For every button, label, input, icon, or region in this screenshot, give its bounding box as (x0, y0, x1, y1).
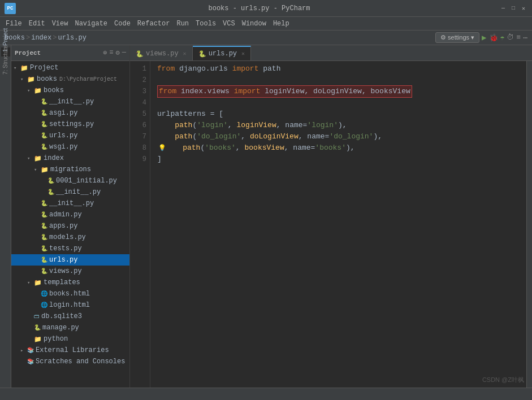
tree-item-name: Scratches and Consoles (36, 358, 125, 366)
tree-file-icon: 🐍 (34, 324, 41, 331)
tree-item-templates-folder[interactable]: ▾📁templates (11, 277, 129, 288)
tree-arrow: ▾ (20, 76, 26, 82)
menu-item-view[interactable]: View (49, 19, 72, 29)
tree-item-wsgi-py[interactable]: 🐍wsgi.py (11, 141, 129, 153)
close-button[interactable]: ✕ (520, 5, 527, 12)
maximize-button[interactable]: □ (509, 5, 517, 12)
collapse-icon[interactable]: ≡ (109, 49, 113, 57)
gear-icon[interactable]: ⚙ (116, 49, 120, 57)
tree-item-tests-py[interactable]: 🐍tests.py (11, 243, 129, 254)
settings-button[interactable]: ⚙ settings ▾ (435, 32, 479, 43)
tree-item-views-py[interactable]: 🐍views.py (11, 266, 129, 277)
breadcrumb-urls[interactable]: urls.py (58, 34, 86, 42)
menu-item-file[interactable]: File (2, 19, 25, 29)
tree-item-index-folder[interactable]: ▾📁index (11, 153, 129, 164)
tree-item-models-py[interactable]: 🐍models.py (11, 232, 129, 243)
tree-item-db-sqlite3[interactable]: 🗃db.sqlite3 (11, 311, 129, 322)
project-panel: Project ⊕ ≡ ⚙ — ▾📁Project▾📁booksD:\Pycha… (11, 45, 130, 400)
menu-item-window[interactable]: Window (239, 19, 270, 29)
views-tab-close[interactable]: ✕ (183, 50, 187, 57)
tree-item-name: books (37, 75, 57, 83)
tree-file-icon: 🐍 (41, 256, 47, 263)
tree-item-urls-py-books[interactable]: 🐍urls.py (11, 130, 129, 141)
tree-arrow: ▾ (27, 88, 33, 94)
tree-item-asgi-py[interactable]: 🐍asgi.py (11, 107, 129, 119)
tree-item-name: views.py (49, 267, 82, 275)
menu-item-vcs[interactable]: VCS (219, 19, 239, 29)
tree-file-icon: 🐍 (41, 98, 47, 105)
editor-scrollbar[interactable] (526, 61, 532, 400)
tree-item-scratches[interactable]: 📚Scratches and Consoles (11, 356, 129, 367)
menu-item-help[interactable]: Help (270, 19, 293, 29)
tree-item-project-root[interactable]: ▾📁Project (11, 62, 129, 73)
views-tab-icon: 🐍 (136, 50, 144, 58)
tab-views[interactable]: 🐍 views.py ✕ (130, 47, 193, 60)
tree-arrow: ▾ (27, 280, 33, 286)
tab-urls[interactable]: 🐍 urls.py ✕ (193, 46, 251, 60)
tree-item-name: urls.py (49, 132, 77, 140)
tree-file-icon: 🐍 (41, 132, 47, 139)
run-more-button[interactable]: ⋯ (523, 33, 527, 42)
code-area[interactable]: from django.urls import path from index.… (150, 61, 526, 400)
tree-item-urls-py-index[interactable]: 🐍urls.py (11, 254, 129, 266)
tree-file-icon: 🐍 (41, 211, 47, 218)
tree-item-manage-py[interactable]: 🐍manage.py (11, 322, 129, 333)
tree-item-settings-py[interactable]: 🐍settings.py (11, 119, 129, 130)
tree-file-icon: 🐍 (47, 189, 54, 195)
minimize-panel-icon[interactable]: — (122, 49, 126, 57)
tree-item-migrations-folder[interactable]: ▾📁migrations (11, 164, 129, 175)
tree-item-admin-py[interactable]: 🐍admin.py (11, 209, 129, 220)
structure-side-tab[interactable]: 7: Structure (1, 70, 10, 79)
menu-item-navigate[interactable]: Navigate (71, 19, 111, 29)
tree-item-init-index-py[interactable]: 🐍__init__.py (11, 198, 129, 209)
tree-item-name: __init__.py (56, 188, 101, 196)
run-extra-button[interactable]: ≡ (516, 33, 521, 42)
tree-item-init-migrations-py[interactable]: 🐍__init__.py (11, 186, 129, 198)
tree-item-name: __init__.py (49, 199, 94, 207)
tree-arrow: ▸ (20, 347, 26, 354)
tree-item-name: tests.py (49, 245, 82, 253)
main-layout: 1: Project 7: Structure Project ⊕ ≡ ⚙ — … (0, 45, 532, 400)
urls-tab-icon: 🐍 (198, 50, 206, 58)
run-debug-button[interactable]: 🐞 (489, 33, 498, 42)
urls-tab-label: urls.py (209, 50, 237, 58)
code-line-3: from index.views import loginView, doLog… (157, 86, 526, 97)
tree-item-name: books.html (49, 290, 90, 298)
tree-item-initial-py[interactable]: 🐍0001_initial.py (11, 175, 129, 186)
run-profile-button[interactable]: ⏱ (507, 33, 514, 42)
title-bar: PC books - urls.py - PyCharm — □ ✕ (0, 0, 532, 17)
side-icon-panel: 1: Project 7: Structure (0, 45, 11, 400)
tree-item-python-folder[interactable]: 📁python (11, 333, 129, 345)
gutter-bulb-icon[interactable]: 💡 (158, 142, 166, 154)
tree-file-icon: 🌐 (41, 290, 47, 297)
window-title: books - urls.py - PyCharm (19, 5, 499, 12)
tree-item-login-html[interactable]: 🌐login.html (11, 299, 129, 311)
tree-item-books-root[interactable]: ▾📁booksD:\PycharmProject (11, 73, 129, 85)
menu-item-edit[interactable]: Edit (25, 19, 49, 29)
tree-item-init-py[interactable]: 🐍__init__.py (11, 96, 129, 107)
project-panel-label: Project (15, 50, 41, 56)
run-coverage-button[interactable]: ☂ (500, 33, 505, 42)
tree-item-books-html[interactable]: 🌐books.html (11, 288, 129, 299)
tree-file-icon: 📚 (27, 358, 34, 365)
menu-item-code[interactable]: Code (111, 19, 134, 29)
tree-file-icon: 🐍 (41, 234, 47, 241)
menu-item-run[interactable]: Run (173, 19, 192, 29)
tree-file-icon: 🐍 (41, 245, 47, 252)
menu-item-refactor[interactable]: Refactor (134, 19, 174, 29)
tree-arrow: ▾ (27, 155, 33, 162)
tree-item-books-sub[interactable]: ▾📁books (11, 85, 129, 96)
menu-item-tools[interactable]: Tools (192, 19, 219, 29)
tree-file-icon: 🐍 (47, 177, 54, 184)
project-panel-icons: ⊕ ≡ ⚙ — (103, 49, 126, 57)
breadcrumb-index[interactable]: index (31, 34, 51, 42)
urls-tab-close[interactable]: ✕ (241, 50, 245, 57)
run-button[interactable]: ▶ (482, 33, 486, 42)
minimize-button[interactable]: — (499, 5, 507, 12)
code-line-8: 💡 path('books', booksView, name='books')… (157, 142, 526, 154)
tree-item-external-libs[interactable]: ▸📚External Libraries (11, 345, 129, 356)
tree-item-name: python (44, 335, 68, 343)
tree-item-apps-py[interactable]: 🐍apps.py (11, 220, 129, 232)
tree-file-icon: 🗃 (34, 313, 40, 320)
add-icon[interactable]: ⊕ (103, 49, 107, 57)
